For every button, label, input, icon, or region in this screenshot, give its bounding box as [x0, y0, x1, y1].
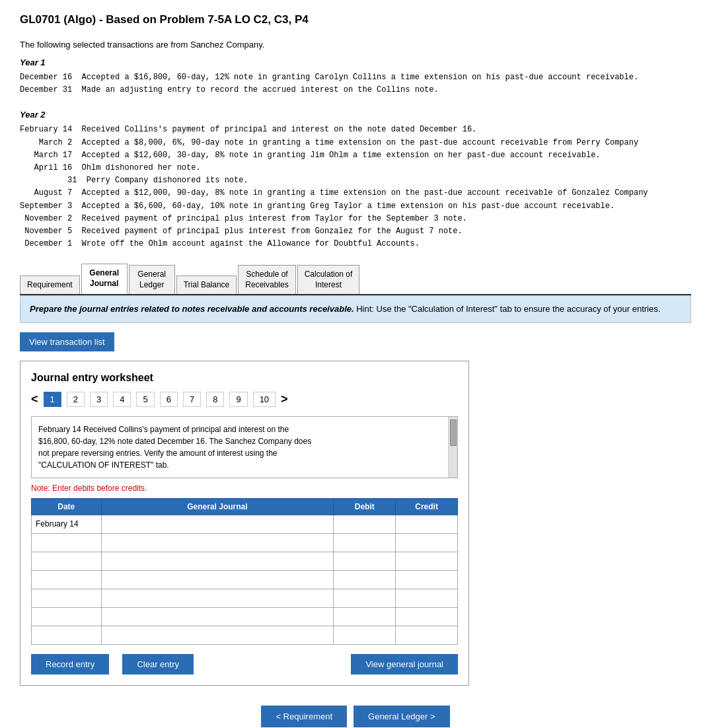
- journal-entry-worksheet: Journal entry worksheet < 1 2 3 4 5 6 7 …: [20, 361, 469, 686]
- page-4[interactable]: 4: [113, 392, 131, 407]
- view-transaction-button[interactable]: View transaction list: [20, 332, 114, 351]
- col-header-debit: Debit: [334, 498, 396, 515]
- page-1[interactable]: 1: [44, 392, 61, 407]
- cell-date-2: [32, 533, 102, 552]
- input-debit-6[interactable]: [338, 612, 391, 621]
- col-header-credit: Credit: [396, 498, 458, 515]
- input-journal-6[interactable]: [106, 612, 330, 621]
- scrollbar[interactable]: [448, 417, 457, 478]
- page-10[interactable]: 10: [253, 392, 276, 407]
- cell-debit-4[interactable]: [334, 570, 396, 589]
- record-entry-button[interactable]: Record entry: [31, 654, 109, 674]
- cell-journal-7[interactable]: [101, 626, 334, 644]
- input-credit-3[interactable]: [400, 556, 453, 565]
- bottom-navigation: < Requirement General Ledger >: [20, 706, 691, 727]
- table-row: [32, 533, 458, 552]
- page-6[interactable]: 6: [160, 392, 178, 407]
- cell-date-1: February 14: [32, 515, 102, 533]
- input-credit-6[interactable]: [400, 612, 453, 621]
- table-row: [32, 626, 458, 644]
- input-debit-1[interactable]: [338, 519, 391, 528]
- table-row: [32, 570, 458, 589]
- tab-requirement[interactable]: Requirement: [20, 275, 80, 295]
- info-banner: Prepare the journal entries related to n…: [20, 295, 691, 323]
- cell-journal-2[interactable]: [101, 533, 334, 552]
- journal-table: Date General Journal Debit Credit Februa…: [31, 498, 458, 645]
- cell-journal-3[interactable]: [101, 552, 334, 570]
- general-ledger-nav-button[interactable]: General Ledger >: [354, 706, 450, 727]
- intro-text: The following selected transactions are …: [20, 40, 691, 50]
- cell-date-7: [32, 626, 102, 644]
- cell-credit-4[interactable]: [396, 570, 458, 589]
- view-general-journal-button[interactable]: View general journal: [351, 654, 458, 674]
- input-journal-5[interactable]: [106, 593, 330, 602]
- input-debit-2[interactable]: [338, 538, 391, 547]
- input-debit-4[interactable]: [338, 575, 391, 584]
- tab-trial-balance[interactable]: Trial Balance: [176, 275, 237, 295]
- cell-credit-3[interactable]: [396, 552, 458, 570]
- input-debit-5[interactable]: [338, 593, 391, 602]
- page-8[interactable]: 8: [206, 392, 224, 407]
- page-5[interactable]: 5: [136, 392, 154, 407]
- cell-debit-3[interactable]: [334, 552, 396, 570]
- clear-entry-button[interactable]: Clear entry: [122, 654, 194, 674]
- input-credit-5[interactable]: [400, 593, 453, 602]
- description-text: February 14 Received Collins's payment o…: [38, 425, 311, 470]
- cell-journal-1[interactable]: [101, 515, 334, 533]
- cell-journal-6[interactable]: [101, 607, 334, 626]
- cell-debit-6[interactable]: [334, 607, 396, 626]
- input-journal-4[interactable]: [106, 575, 330, 584]
- cell-debit-2[interactable]: [334, 533, 396, 552]
- cell-journal-4[interactable]: [101, 570, 334, 589]
- page-9[interactable]: 9: [229, 392, 247, 407]
- page-3[interactable]: 3: [90, 392, 108, 407]
- table-row: [32, 607, 458, 626]
- pagination: < 1 2 3 4 5 6 7 8 9 10 >: [31, 392, 458, 407]
- input-journal-1[interactable]: [106, 519, 330, 528]
- cell-credit-6[interactable]: [396, 607, 458, 626]
- tab-calculation-interest[interactable]: Calculation ofInterest: [297, 265, 360, 294]
- cell-credit-5[interactable]: [396, 589, 458, 607]
- page-title: GL0701 (Algo) - Based on Problem 7-5A LO…: [20, 13, 691, 26]
- cell-date-4: [32, 570, 102, 589]
- input-journal-2[interactable]: [106, 538, 330, 547]
- cell-debit-1[interactable]: [334, 515, 396, 533]
- pagination-next[interactable]: >: [281, 392, 288, 406]
- cell-debit-5[interactable]: [334, 589, 396, 607]
- col-header-journal: General Journal: [101, 498, 334, 515]
- input-debit-7[interactable]: [338, 630, 391, 639]
- table-row: [32, 552, 458, 570]
- input-credit-7[interactable]: [400, 630, 453, 639]
- year2-transactions: February 14 Received Collins's payment o…: [20, 124, 691, 250]
- requirement-nav-button[interactable]: < Requirement: [261, 706, 347, 727]
- cell-credit-1[interactable]: [396, 515, 458, 533]
- page-2[interactable]: 2: [67, 392, 85, 407]
- tabs-container: Requirement GeneralJournal GeneralLedger…: [20, 264, 691, 295]
- cell-debit-7[interactable]: [334, 626, 396, 644]
- cell-journal-5[interactable]: [101, 589, 334, 607]
- worksheet-title: Journal entry worksheet: [31, 372, 458, 384]
- table-row: February 14: [32, 515, 458, 533]
- cell-date-3: [32, 552, 102, 570]
- tab-general-ledger[interactable]: GeneralLedger: [129, 265, 175, 294]
- input-credit-2[interactable]: [400, 538, 453, 547]
- input-journal-3[interactable]: [106, 556, 330, 565]
- tab-schedule-receivables[interactable]: Schedule ofReceivables: [238, 265, 295, 294]
- action-buttons: Record entry Clear entry View general jo…: [31, 654, 458, 674]
- input-credit-1[interactable]: [400, 519, 453, 528]
- page-7[interactable]: 7: [183, 392, 201, 407]
- input-credit-4[interactable]: [400, 575, 453, 584]
- cell-date-5: [32, 589, 102, 607]
- cell-credit-2[interactable]: [396, 533, 458, 552]
- year1-label: Year 1: [20, 57, 691, 67]
- description-box: February 14 Received Collins's payment o…: [31, 416, 458, 478]
- year1-transactions: December 16 Accepted a $16,800, 60-day, …: [20, 71, 691, 96]
- col-header-date: Date: [32, 498, 102, 515]
- info-banner-normal: Hint: Use the "Calculation of Interest" …: [356, 304, 660, 314]
- pagination-prev[interactable]: <: [31, 392, 38, 406]
- tab-general-journal[interactable]: GeneralJournal: [81, 264, 128, 294]
- input-debit-3[interactable]: [338, 556, 391, 565]
- input-journal-7[interactable]: [106, 630, 330, 639]
- scrollbar-thumb: [450, 419, 457, 446]
- cell-credit-7[interactable]: [396, 626, 458, 644]
